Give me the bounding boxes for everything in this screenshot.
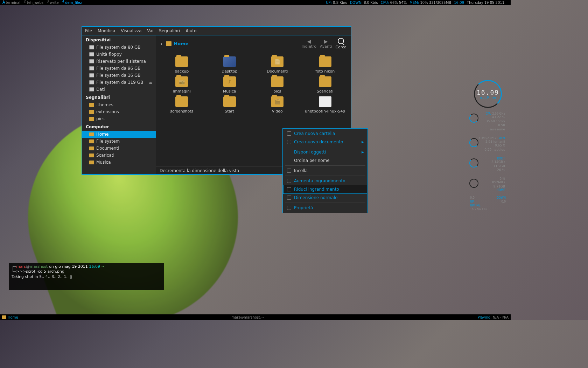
drive-icon: [89, 52, 94, 56]
file-item[interactable]: 📷Immagini: [160, 76, 204, 94]
folder-icon: [89, 110, 94, 114]
menu-item-icon: [287, 196, 291, 200]
home-folder-icon: [166, 41, 172, 46]
terminal-window[interactable]: ┌─mars@marshost on gio mag 19 2011 16:09…: [9, 263, 164, 290]
sidebar-item[interactable]: File system da 16 GB: [82, 72, 156, 79]
conky-time: 16.09: [477, 89, 499, 96]
sidebar-item[interactable]: Scaricati: [82, 152, 156, 159]
menu-file[interactable]: File: [85, 28, 92, 33]
menu-visualizza[interactable]: Visualizza: [121, 28, 141, 33]
sidebar-item[interactable]: Musica: [82, 159, 156, 166]
submenu-arrow-icon: ▶: [362, 150, 364, 154]
menu-item-icon: [287, 179, 291, 183]
file-item[interactable]: Start: [208, 96, 252, 114]
workspace-4[interactable]: 4 dem_filez: [61, 0, 83, 5]
conky-widget: 16.09gio 19 mag CPU 2.69 GHz43.22 %35.68…: [469, 80, 507, 211]
workspace-2[interactable]: 2 teh_webz: [22, 0, 45, 5]
file-item[interactable]: ♪Musica: [208, 76, 252, 94]
location-bar[interactable]: Home: [166, 41, 188, 46]
sidebar-item[interactable]: Riservato per il sistema: [82, 58, 156, 65]
sidebar-section: Dispositivi: [82, 35, 156, 44]
file-item[interactable]: backup: [160, 56, 204, 74]
context-menu: Crea nuova cartellaCrea nuovo documento▶…: [282, 128, 368, 213]
file-item[interactable]: screenshots: [160, 96, 204, 114]
menu-item[interactable]: Incolla: [284, 166, 367, 175]
drive-icon: [89, 87, 94, 91]
menu-item[interactable]: Crea nuova cartella: [284, 129, 367, 138]
sidebar-item[interactable]: extensions: [82, 108, 156, 115]
file-item[interactable]: 🎬Video: [255, 96, 300, 114]
sidebar-item[interactable]: File system: [82, 138, 156, 145]
sidebar-item[interactable]: pics: [82, 115, 156, 122]
menu-item-icon: [287, 169, 291, 173]
folder-icon: [89, 103, 94, 107]
back-arrow-icon[interactable]: ‹: [160, 40, 162, 47]
conky-cpu: CPU 2.69 GHz43.22 %35.68 conky0.50 aweso…: [469, 111, 507, 133]
fold-icon: 🎬: [271, 96, 284, 107]
menu-item[interactable]: Ordina per nome: [284, 156, 367, 165]
menu-modifica[interactable]: Modifica: [98, 28, 115, 33]
clock-time: 16:09: [453, 1, 465, 5]
sidebar-item[interactable]: Unità floppy: [82, 51, 156, 58]
workspace-list: 1 terminal2 teh_webz3 write4 dem_filez: [1, 0, 83, 5]
workspace-3[interactable]: 3 write: [46, 0, 60, 5]
drive-icon: [89, 73, 94, 77]
nav-back-button[interactable]: ◀Indietro: [302, 39, 316, 49]
fold-icon: ♪: [223, 76, 236, 87]
file-item[interactable]: unetbootin-linux-549: [303, 96, 348, 114]
sidebar-item[interactable]: File system da 80 GB: [82, 44, 156, 51]
fold-icon: [271, 76, 284, 87]
now-playing: Playing: N/A - N/A: [478, 315, 509, 319]
sidebar-item[interactable]: File system da 119 GB⏏: [82, 79, 156, 86]
separator: [285, 203, 365, 203]
menu-aiuto[interactable]: Aiuto: [186, 28, 196, 33]
fold-icon: [319, 76, 331, 87]
sidebar-item[interactable]: Documenti: [82, 145, 156, 152]
file-item[interactable]: foto nikon: [303, 56, 348, 74]
sidebar-item[interactable]: .themes: [82, 101, 156, 108]
eject-icon[interactable]: ⏏: [149, 81, 152, 84]
folder-icon: [89, 117, 94, 121]
menu-item-icon: [287, 140, 291, 144]
toolbar: ‹ Home ◀Indietro ▶Avanti Cerca: [156, 35, 351, 52]
separator: [285, 165, 365, 166]
menu-item[interactable]: Proprietà: [284, 204, 367, 212]
conky-root: ROOT3.14GB / 11.9GB26 %: [469, 156, 507, 174]
search-icon: [338, 38, 344, 44]
net-up: UP: 0.8 Kb/s: [324, 1, 348, 5]
sidebar-section: Computer: [82, 122, 156, 131]
file-icon: [319, 96, 331, 107]
search-button[interactable]: Cerca: [335, 38, 346, 49]
folder-icon: [89, 161, 94, 164]
separator: [285, 147, 365, 147]
sidebar-item[interactable]: Dati: [82, 86, 156, 93]
sidebar: DispositiviFile system da 80 GBUnità flo…: [82, 35, 156, 174]
fold-icon: [223, 96, 236, 107]
file-item[interactable]: Scaricati: [303, 76, 348, 94]
menu-segnalibri[interactable]: Segnalibri: [159, 28, 180, 33]
menu-item[interactable]: Disponi oggetti▶: [284, 148, 367, 156]
menu-item-icon: [287, 187, 291, 191]
submenu-arrow-icon: ▶: [362, 140, 364, 144]
folder-icon: [89, 132, 94, 136]
folder-icon: [89, 146, 94, 150]
fold-icon: [175, 96, 188, 107]
fold-icon: 📄: [271, 56, 284, 67]
file-item[interactable]: 📄Documenti: [255, 56, 300, 74]
nav-forward-button[interactable]: ▶Avanti: [320, 39, 332, 49]
menu-item-icon: [287, 206, 291, 210]
sidebar-item[interactable]: Home: [82, 131, 156, 138]
file-item[interactable]: Desktop: [208, 56, 252, 74]
folder-icon: [2, 315, 6, 319]
terminal-line: ┌─mars@marshost on gio mag 19 2011 16:09…: [12, 264, 161, 269]
menu-item[interactable]: Crea nuovo documento▶: [284, 138, 367, 146]
menu-item[interactable]: Aumenta ingrandimento: [284, 177, 367, 185]
menu-vai[interactable]: Vai: [147, 28, 153, 33]
sidebar-item[interactable]: File system da 96 GB: [82, 65, 156, 72]
fold-icon: [175, 56, 188, 67]
taskbar-item[interactable]: Home: [8, 315, 18, 319]
menu-item[interactable]: Riduci ingrandimento: [283, 185, 367, 194]
file-item[interactable]: pics: [255, 76, 300, 94]
tray-icon[interactable]: [506, 1, 509, 4]
menu-item[interactable]: Dimensione normale: [284, 193, 367, 202]
